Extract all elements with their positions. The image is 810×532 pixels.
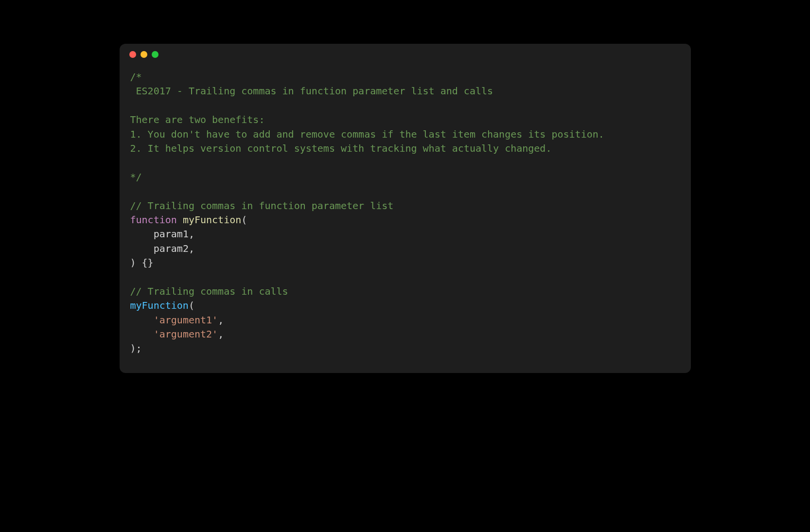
line-comment: // Trailing commas in calls	[130, 285, 288, 297]
paren-open: (	[189, 300, 194, 311]
block-comment-line: There are two benefits:	[130, 114, 265, 125]
block-comment-line: ES2017 - Trailing commas in function par…	[130, 85, 493, 97]
minimize-icon[interactable]	[141, 51, 147, 58]
code-window: /* ES2017 - Trailing commas in function …	[120, 44, 691, 373]
string-arg: 'argument1'	[154, 314, 218, 326]
window-titlebar	[120, 44, 691, 65]
function-call: myFunction	[130, 300, 189, 311]
paren-open: (	[241, 214, 247, 226]
indent	[130, 243, 154, 254]
function-name: myFunction	[183, 214, 241, 226]
code-editor[interactable]: /* ES2017 - Trailing commas in function …	[120, 65, 691, 373]
call-close: );	[130, 342, 142, 354]
zoom-icon[interactable]	[152, 51, 158, 58]
param: param2	[154, 243, 189, 254]
indent	[130, 328, 154, 340]
block-comment-line: 2. It helps version control systems with…	[130, 142, 552, 154]
indent	[130, 314, 154, 326]
comma: ,	[189, 228, 194, 240]
paren-close-body: ) {}	[130, 257, 154, 268]
block-comment-line: 1. You don't have to add and remove comm…	[130, 128, 604, 140]
comma: ,	[218, 314, 224, 326]
block-comment-close: */	[130, 171, 142, 183]
param: param1	[154, 228, 189, 240]
line-comment: // Trailing commas in function parameter…	[130, 200, 394, 212]
block-comment-open: /*	[130, 71, 142, 83]
comma: ,	[189, 243, 194, 254]
comma: ,	[218, 328, 224, 340]
indent	[130, 228, 154, 240]
keyword-function: function	[130, 214, 177, 226]
string-arg: 'argument2'	[154, 328, 218, 340]
close-icon[interactable]	[129, 51, 136, 58]
